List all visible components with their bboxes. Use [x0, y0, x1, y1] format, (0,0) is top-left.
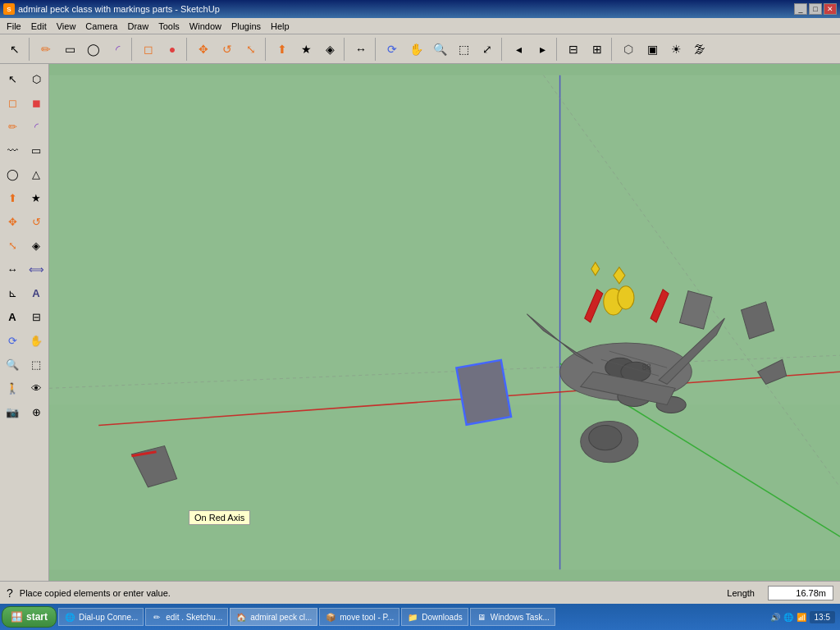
ltool-3d-text[interactable]: A	[1, 305, 24, 328]
toolbar-tape[interactable]: ↔	[349, 38, 372, 61]
menu-window[interactable]: Window	[185, 20, 226, 33]
ltool-move[interactable]: ✥	[1, 210, 24, 233]
ltool-dimension[interactable]: ⟺	[25, 258, 48, 281]
menu-view[interactable]: View	[52, 20, 81, 33]
toolbar-offset[interactable]: ◈	[318, 38, 341, 61]
ltool-eraser[interactable]: ◻	[1, 91, 24, 114]
sep7	[501, 38, 504, 61]
toolbar-orbit[interactable]: ⟳	[381, 38, 404, 61]
sep1	[29, 38, 32, 61]
taskbar-item-admiral[interactable]: 🏠 admiral peck cl...	[230, 608, 317, 626]
toolbar-circle[interactable]: ◯	[82, 38, 105, 61]
ltool-offset[interactable]: ◈	[25, 234, 48, 257]
menu-tools[interactable]: Tools	[153, 20, 185, 33]
taskbar-dialup-label: Dial-up Conne...	[79, 613, 138, 622]
toolbar-section-fill[interactable]: ⊞	[586, 38, 609, 61]
ltool-zoom[interactable]: 🔍	[1, 353, 24, 376]
toolbar-follow-me[interactable]: ★	[294, 38, 317, 61]
toolbar-pan[interactable]: ✋	[404, 38, 427, 61]
toolbar-eraser[interactable]: ◻	[137, 38, 160, 61]
viewport[interactable]: 88 On Red Axis	[49, 64, 840, 581]
taskbar-item-windows[interactable]: 🖥 Windows Task...	[470, 608, 555, 626]
taskbar-right: 🔊 🌐 📶 13:5	[770, 611, 838, 623]
titlebar-left: S admiral peck class with markings parts…	[3, 3, 220, 15]
toolbar-zoom-extents[interactable]: ⤢	[476, 38, 499, 61]
ltool-circle[interactable]: ◯	[1, 162, 24, 185]
toolbar-move[interactable]: ✥	[192, 38, 215, 61]
statusbar-help-icon[interactable]: ?	[7, 587, 13, 600]
menu-draw[interactable]: Draw	[122, 20, 153, 33]
ltool-select[interactable]: ↖	[1, 67, 24, 90]
minimize-button[interactable]: _	[794, 3, 807, 15]
ltool-polygon[interactable]: △	[25, 162, 48, 185]
svg-rect-24	[456, 360, 511, 425]
toolbar-rotate[interactable]: ↺	[216, 38, 239, 61]
toolbar-section-cut[interactable]: ⊟	[562, 38, 585, 61]
main-toolbar: ↖ ✏ ▭ ◯ ◜ ◻ ● ✥ ↺ ⤡ ⬆ ★ ◈ ↔ ⟳ ✋ 🔍 ⬚ ⤢ ◂ …	[0, 34, 840, 64]
start-label: start	[26, 611, 48, 623]
start-button[interactable]: 🪟 start	[2, 606, 57, 628]
toolbar-zoom-in[interactable]: 🔍	[428, 38, 451, 61]
taskbar-edit-label: edit . Sketchu...	[166, 613, 222, 622]
ltool-protractor[interactable]: ⊾	[1, 281, 24, 304]
sep6	[375, 38, 378, 61]
ltool-rotate[interactable]: ↺	[25, 210, 48, 233]
ltool-component-select[interactable]: ⬡	[25, 67, 48, 90]
ltool-scale[interactable]: ⤡	[1, 234, 24, 257]
ltool-look-around[interactable]: 👁	[25, 377, 48, 399]
measurement-value[interactable]: 16.78m	[768, 586, 833, 600]
taskbar-admiral-label: admiral peck cl...	[250, 613, 312, 622]
toolbar-arc[interactable]: ◜	[106, 38, 129, 61]
ltool-tape[interactable]: ↔	[1, 258, 24, 281]
menu-camera[interactable]: Camera	[80, 20, 122, 33]
toolbar-paint[interactable]: ●	[161, 38, 184, 61]
ltool-zoom-window[interactable]: ⬚	[25, 353, 48, 376]
ltool-axes[interactable]: ⊕	[25, 400, 48, 423]
taskbar-item-edit[interactable]: ✏ edit . Sketchu...	[145, 608, 228, 626]
toolbar-zoom-window[interactable]: ⬚	[452, 38, 475, 61]
taskbar-item-dialup[interactable]: 🌐 Dial-up Conne...	[58, 608, 144, 626]
ltool-walk[interactable]: 🚶	[1, 377, 24, 399]
tray-icon-3: 📶	[797, 613, 806, 622]
toolbar-select[interactable]: ↖	[3, 38, 26, 61]
dialup-icon: 🌐	[64, 611, 75, 623]
ltool-paint[interactable]: ◼	[25, 91, 48, 114]
ltool-pencil[interactable]: ✏	[1, 115, 24, 138]
ltool-pan[interactable]: ✋	[25, 329, 48, 352]
ltool-orbit[interactable]: ⟳	[1, 329, 24, 352]
toolbar-prev-view[interactable]: ◂	[507, 38, 530, 61]
ltool-position-camera[interactable]: 📷	[1, 400, 24, 423]
ltool-arc[interactable]: ◜	[25, 115, 48, 138]
menu-help[interactable]: Help	[266, 20, 294, 33]
ltool-push-pull[interactable]: ⬆	[1, 186, 24, 209]
taskbar-item-downloads[interactable]: 📁 Downloads	[401, 608, 468, 626]
toolbar-push-pull[interactable]: ⬆	[271, 38, 294, 61]
movetool-icon: 📦	[325, 611, 336, 623]
menu-plugins[interactable]: Plugins	[226, 20, 266, 33]
windows-icon: 🖥	[476, 611, 487, 623]
ltool-freehand[interactable]: 〰	[1, 139, 24, 162]
toolbar-scale[interactable]: ⤡	[240, 38, 262, 61]
ltool-follow-me[interactable]: ★	[25, 186, 48, 209]
toolbar-group[interactable]: ▣	[641, 38, 664, 61]
taskbar-item-movetool[interactable]: 📦 move tool - P...	[319, 608, 399, 626]
maximize-button[interactable]: □	[809, 3, 822, 15]
close-button[interactable]: ✕	[824, 3, 837, 15]
window-controls: _ □ ✕	[794, 3, 837, 15]
admiral-icon: 🏠	[235, 611, 247, 623]
toolbar-pencil[interactable]: ✏	[34, 38, 57, 61]
toolbar-shadow[interactable]: ☀	[664, 38, 687, 61]
ltool-rectangle[interactable]: ▭	[25, 139, 48, 162]
ltool-row-10: ⊾ A	[1, 281, 48, 304]
ltool-section-plane[interactable]: ⊟	[25, 305, 48, 328]
svg-point-13	[618, 286, 634, 309]
toolbar-next-view[interactable]: ▸	[531, 38, 554, 61]
taskbar-windows-label: Windows Task...	[491, 613, 550, 622]
menu-edit[interactable]: Edit	[26, 20, 52, 33]
left-toolbar: ↖ ⬡ ◻ ◼ ✏ ◜ 〰 ▭ ◯ △ ⬆ ★ ✥ ↺ ⤡ ◈	[0, 64, 49, 581]
toolbar-fog[interactable]: 🌫	[688, 38, 711, 61]
toolbar-component[interactable]: ⬡	[617, 38, 640, 61]
toolbar-rectangle[interactable]: ▭	[58, 38, 81, 61]
menu-file[interactable]: File	[2, 20, 26, 33]
ltool-text[interactable]: A	[25, 281, 48, 304]
